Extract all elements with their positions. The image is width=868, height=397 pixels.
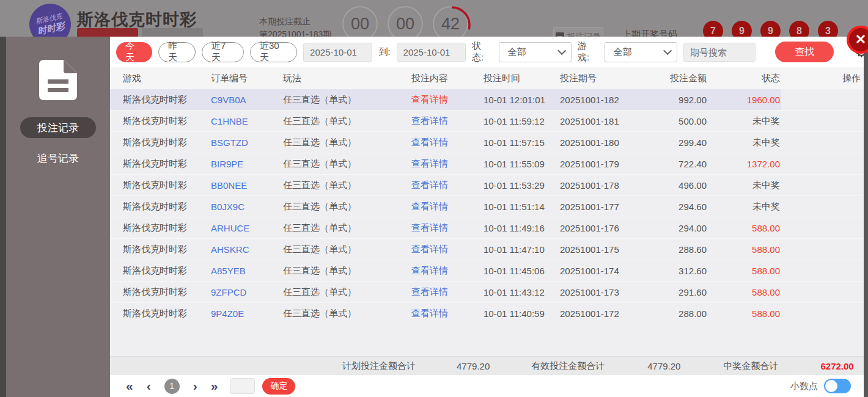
play-cell: 任三直选（单式） (283, 201, 411, 213)
view-detail-link[interactable]: 查看详情 (411, 115, 484, 127)
status-cell: 未中奖 (707, 201, 780, 213)
play-cell: 任三直选（单式） (283, 308, 411, 319)
quick-filter-昨天[interactable]: 昨天 (158, 42, 196, 62)
quick-filter-近30天[interactable]: 近30天 (250, 42, 297, 62)
order-link[interactable]: AHSKRC (211, 244, 283, 255)
search-button[interactable]: 查找 (775, 42, 834, 62)
column-header: 投注金额 (655, 73, 707, 84)
decimal-toggle[interactable] (824, 379, 851, 393)
view-detail-link[interactable]: 查看详情 (411, 94, 484, 106)
time-cell: 10-01 11:49:16 (484, 223, 560, 233)
sidebar-item-chase-records[interactable]: 追号记录 (20, 148, 96, 169)
table-row[interactable]: 斯洛伐克时时彩BIR9PE任三直选（单式）查看详情10-01 11:55:092… (110, 153, 868, 175)
order-link[interactable]: B0JX9C (211, 202, 283, 212)
order-link[interactable]: C1HNBE (211, 116, 283, 126)
order-link[interactable]: BB0NEE (211, 180, 283, 191)
order-link[interactable]: A85YEB (211, 266, 283, 276)
date-to-input[interactable]: 2025-10-01 (397, 43, 466, 62)
amount-cell: 496.00 (655, 180, 707, 191)
win-total-label: 中奖金额合计 (723, 360, 778, 372)
countdown-circle: 42 (433, 6, 468, 37)
column-header: 投注期号 (560, 73, 655, 84)
table-row[interactable]: 斯洛伐克时时彩AHSKRC任三直选（单式）查看详情10-01 11:47:102… (110, 239, 868, 260)
play-cell: 任三直选（单式） (283, 244, 411, 255)
summary-bar: 计划投注金额合计 4779.20 有效投注金额合计 4779.20 中奖金额合计… (110, 356, 868, 375)
game-select[interactable]: 全部 (605, 42, 677, 62)
table-row[interactable]: 斯洛伐克时时彩ARHUCE任三直选（单式）查看详情10-01 11:49:162… (110, 217, 868, 239)
order-link[interactable]: ARHUCE (211, 223, 283, 233)
view-detail-link[interactable]: 查看详情 (411, 244, 484, 255)
view-detail-link[interactable]: 查看详情 (411, 158, 484, 170)
play-cell: 任三直选（单式） (283, 265, 411, 277)
period-cell: 20251001-175 (560, 244, 655, 255)
play-cell: 任三直选（单式） (283, 158, 411, 170)
sidebar: 投注记录 追号记录 (6, 37, 110, 397)
status-cell: 未中奖 (707, 180, 780, 191)
prev-page-button[interactable]: ‹ (147, 379, 151, 393)
status-cell: 未中奖 (707, 115, 780, 127)
amount-cell: 288.60 (655, 244, 707, 255)
amount-cell: 291.60 (655, 287, 707, 297)
order-link[interactable]: 9ZFPCD (211, 287, 283, 297)
status-cell: 588.00 (707, 244, 780, 255)
goto-page-input[interactable] (230, 378, 255, 394)
status-select[interactable]: 全部 (499, 42, 572, 62)
win-total-value: 6272.00 (820, 361, 853, 371)
order-link[interactable]: C9VB0A (211, 95, 283, 105)
view-detail-link[interactable]: 查看详情 (411, 180, 484, 191)
chevron-down-icon (557, 46, 566, 55)
play-cell: 任三直选（单式） (283, 115, 411, 127)
current-page-badge: 1 (164, 379, 180, 394)
view-detail-link[interactable]: 查看详情 (411, 201, 484, 213)
date-to-label: 到: (378, 46, 390, 58)
status-label: 状态: (472, 40, 493, 64)
bet-records-modal: 今天昨天近7天近30天 2025-10-01 到: 2025-10-01 状态:… (110, 37, 868, 397)
header-button-gray[interactable] (142, 28, 203, 37)
table-row[interactable]: 斯洛伐克时时彩B0JX9C任三直选（单式）查看详情10-01 11:51:142… (110, 196, 868, 217)
first-page-button[interactable]: « (126, 379, 133, 393)
period-search-input[interactable] (683, 43, 756, 62)
time-cell: 10-01 11:40:59 (484, 308, 560, 319)
period-cell: 20251001-180 (560, 137, 655, 148)
play-cell: 任三直选（单式） (283, 222, 411, 234)
column-header: 玩法 (283, 73, 411, 84)
scrollbar[interactable] (864, 37, 868, 397)
countdown-circle: 00 (388, 6, 423, 37)
next-page-button[interactable]: › (193, 379, 197, 393)
goto-page-confirm-button[interactable]: 确定 (262, 378, 295, 395)
game-select-value: 全部 (614, 46, 632, 58)
view-detail-link[interactable]: 查看详情 (411, 222, 484, 234)
table-row[interactable]: 斯洛伐克时时彩A85YEB任三直选（单式）查看详情10-01 11:45:062… (110, 260, 868, 282)
view-detail-link[interactable]: 查看详情 (411, 265, 484, 277)
view-detail-link[interactable]: 查看详情 (411, 137, 484, 148)
game-cell: 斯洛伐克时时彩 (123, 265, 211, 277)
countdown-timer: 000042 (342, 6, 468, 37)
quick-filter-今天[interactable]: 今天 (116, 42, 152, 62)
sidebar-item-bet-records[interactable]: 投注记录 (20, 117, 96, 138)
period-cell: 20251001-178 (560, 180, 655, 191)
table-row[interactable]: 斯洛伐克时时彩BB0NEE任三直选（单式）查看详情10-01 11:53:292… (110, 175, 868, 196)
view-detail-link[interactable]: 查看详情 (411, 308, 484, 319)
table-row[interactable]: 斯洛伐克时时彩9ZFPCD任三直选（单式）查看详情10-01 11:43:122… (110, 282, 868, 303)
bet-records-button[interactable]: 投注记录 (553, 27, 603, 37)
column-header: 状态 (707, 73, 780, 84)
page-title: 斯洛伐克时时彩 (77, 9, 197, 31)
game-label: 游戏: (578, 40, 598, 64)
last-page-button[interactable]: » (211, 379, 218, 393)
draw-number-ball: 7 (703, 21, 723, 37)
order-link[interactable]: BSGTZD (211, 137, 283, 148)
order-link[interactable]: BIR9PE (211, 159, 283, 169)
table-row[interactable]: 斯洛伐克时时彩C9VB0A任三直选（单式）查看详情10-01 12:01:012… (110, 89, 868, 111)
period-cell: 20251001-173 (560, 287, 655, 297)
table-row[interactable]: 斯洛伐克时时彩BSGTZD任三直选（单式）查看详情10-01 11:57:152… (110, 132, 868, 153)
table-row[interactable]: 斯洛伐克时时彩C1HNBE任三直选（单式）查看详情10-01 11:59:122… (110, 111, 868, 132)
quick-filter-近7天[interactable]: 近7天 (202, 42, 244, 62)
order-link[interactable]: 9P4Z0E (211, 308, 283, 319)
status-cell: 588.00 (707, 308, 780, 319)
date-from-input[interactable]: 2025-10-01 (303, 43, 372, 62)
draw-number-ball: 9 (732, 21, 752, 37)
header-button-red[interactable] (77, 28, 138, 37)
view-detail-link[interactable]: 查看详情 (411, 286, 484, 298)
game-cell: 斯洛伐克时时彩 (123, 137, 211, 148)
table-row[interactable]: 斯洛伐克时时彩9P4Z0E任三直选（单式）查看详情10-01 11:40:592… (110, 303, 868, 324)
